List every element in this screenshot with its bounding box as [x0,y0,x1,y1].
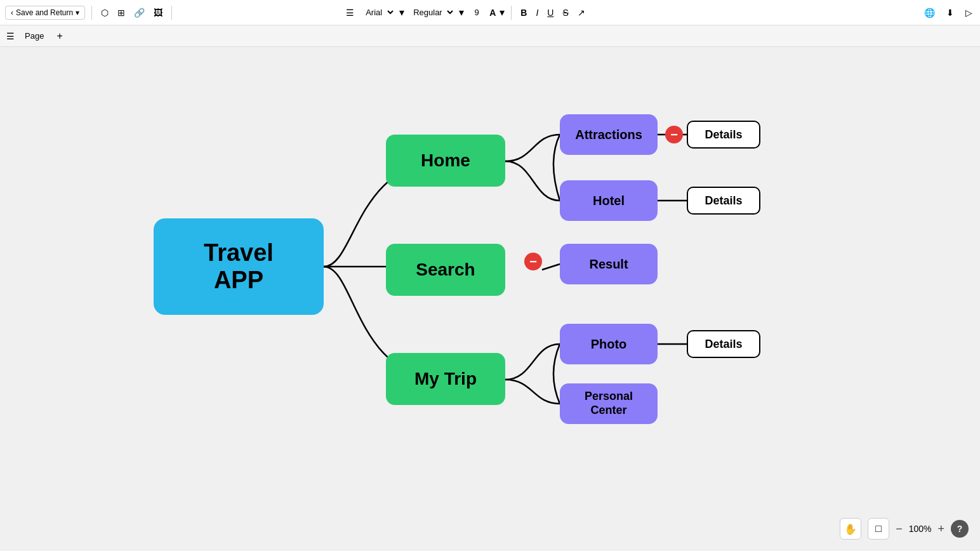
italic-icon[interactable]: I [533,6,541,19]
home-node[interactable]: Home [386,135,505,187]
search-label: Search [416,260,475,280]
toolbar-right: 🌐 ⬇ ▷ [922,6,975,19]
globe-icon[interactable]: 🌐 [922,6,937,19]
text-color-icon[interactable]: A [489,8,496,18]
my-trip-node[interactable]: My Trip [386,353,505,405]
font-controls: ☰ Arial ▾ Regular ▾ A ▾ B I U S ↗ [343,6,588,20]
link-icon[interactable]: 🔗 [131,6,147,19]
font-family-select[interactable]: Arial [361,6,395,19]
zoom-out-button[interactable]: − [896,522,903,536]
bottom-controls: ✋ □ − 100% + ? [840,518,969,540]
back-icon: ‹ [11,8,13,17]
help-button[interactable]: ? [951,520,969,538]
svg-line-2 [542,264,560,270]
separator-3 [511,6,512,20]
details-photo-label: Details [705,338,742,351]
font-family-dropdown: ▾ [399,6,404,18]
zoom-level: 100% [909,524,932,534]
travel-app-label: Travel APP [204,239,274,294]
photo-node[interactable]: Photo [560,324,658,364]
details-photo-box[interactable]: Details [687,330,760,358]
save-return-button[interactable]: ‹ Save and Return ▾ [5,6,85,20]
result-label: Result [589,257,628,272]
filter-icon[interactable]: ☰ [343,6,357,19]
red-dot-attractions[interactable]: − [665,126,683,143]
toolbar: ‹ Save and Return ▾ ⬡ ⊞ 🔗 🖼 ☰ Arial ▾ Re… [0,0,980,25]
add-page-button[interactable]: + [53,29,66,43]
font-style-dropdown: ▾ [459,6,464,18]
zoom-in-button[interactable]: + [937,522,944,536]
hotel-node[interactable]: Hotel [560,180,658,221]
separator-1 [91,6,92,20]
dropdown-icon: ▾ [76,8,79,17]
canvas: Travel APP Home Search My Trip Attractio… [0,47,980,551]
font-style-select[interactable]: Regular [408,6,455,19]
shape-connector-icon[interactable]: ⬡ [98,6,111,19]
export-link-icon[interactable]: ↗ [575,6,588,19]
attractions-label: Attractions [575,128,642,142]
home-label: Home [421,150,470,171]
page-menu-icon[interactable]: ☰ [5,30,16,43]
attractions-node[interactable]: Attractions [560,114,658,155]
hand-tool-button[interactable]: ✋ [840,518,861,540]
travel-app-node[interactable]: Travel APP [154,218,324,315]
details-attractions-box[interactable]: Details [687,121,760,149]
play-icon[interactable]: ▷ [963,6,975,19]
bold-icon[interactable]: B [518,6,529,19]
details-hotel-box[interactable]: Details [687,187,760,215]
photo-label: Photo [591,337,627,352]
hotel-label: Hotel [593,194,625,208]
font-size-dropdown: ▾ [500,6,505,18]
underline-icon[interactable]: U [545,6,556,19]
shape-grid-icon[interactable]: ⊞ [115,6,128,19]
page-tab[interactable]: Page [18,29,50,43]
page-bar: ☰ Page + [0,25,980,47]
search-node[interactable]: Search [386,244,505,296]
red-dot-search[interactable]: − [524,253,542,270]
fit-page-button[interactable]: □ [868,518,889,540]
details-hotel-label: Details [705,194,742,208]
save-return-label: Save and Return [16,8,73,17]
separator-2 [171,6,172,20]
strikethrough-icon[interactable]: S [560,6,571,19]
personal-center-node[interactable]: Personal Center [560,383,658,424]
result-node[interactable]: Result [560,244,658,284]
image-icon[interactable]: 🖼 [151,6,165,19]
my-trip-label: My Trip [414,369,477,389]
download-icon[interactable]: ⬇ [944,6,957,19]
font-size-input[interactable] [468,8,486,17]
connectors-svg [0,47,980,551]
personal-center-label: Personal Center [585,390,633,417]
details-attractions-label: Details [705,128,742,142]
